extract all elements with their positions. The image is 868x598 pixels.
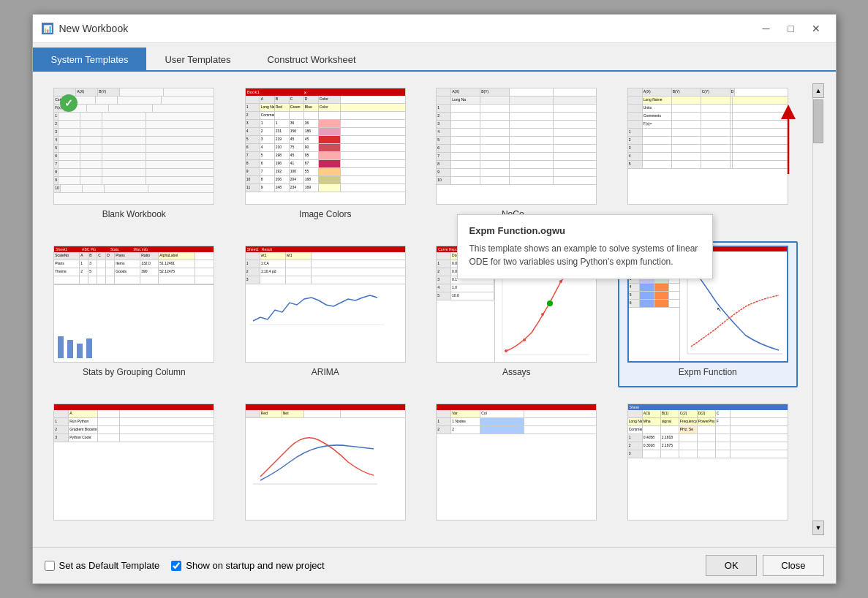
default-template-checkbox[interactable]	[45, 561, 55, 571]
template-thumb-stats: Sheet1 ABC Plo Stats Misc info ScaleNo A…	[53, 246, 214, 363]
tab-bar: System Templates User Templates Construc…	[33, 43, 836, 72]
svg-point-10	[559, 280, 562, 283]
template-expm-hidden[interactable]: A(X)B(Y)C(Y)D Long Name Units Comments F…	[618, 83, 798, 230]
template-thumb-image-colors: Book1 ✕ ABCDColor 1Long NaRedGreenBlueCo…	[245, 88, 406, 205]
template-thumb-arima: Sheet1 Result wt1 wt1 11:CA 21:10.4 pd 3	[245, 246, 406, 363]
svg-point-9	[541, 313, 544, 316]
maximize-button[interactable]: □	[780, 20, 802, 37]
footer-buttons: OK Close	[706, 555, 823, 576]
close-button[interactable]: ✕	[805, 20, 827, 37]
template-row3-4[interactable]: Sheet A(1) B(1) C(2) D(2) C Long Name	[618, 399, 798, 535]
default-template-checkbox-group: Set as Default Template	[45, 560, 160, 571]
template-thumb-row3-1: A 1Run Python 2Gradient Boosting Decisio…	[53, 404, 214, 521]
svg-text:↖: ↖	[717, 306, 722, 313]
scroll-up-button[interactable]: ▲	[812, 83, 824, 98]
template-blank-workbook[interactable]: A(X)B(Y) Comments F(x)= 1 2 3 4 5 6 7 8 …	[45, 83, 224, 230]
svg-rect-0	[58, 336, 64, 358]
svg-point-7	[505, 349, 507, 352]
template-row3-1[interactable]: A 1Run Python 2Gradient Boosting Decisio…	[45, 399, 224, 535]
show-startup-label[interactable]: Show on startup and new project	[186, 560, 324, 571]
templates-grid: A(X)B(Y) Comments F(x)= 1 2 3 4 5 6 7 8 …	[45, 83, 801, 535]
template-thumb-blank: A(X)B(Y) Comments F(x)= 1 2 3 4 5 6 7 8 …	[53, 88, 214, 205]
footer-left: Set as Default Template Show on startup …	[45, 560, 325, 571]
content-area: A(X)B(Y) Comments F(x)= 1 2 3 4 5 6 7 8 …	[33, 72, 836, 547]
svg-rect-3	[86, 338, 92, 358]
svg-point-11	[578, 261, 581, 264]
template-row3-3[interactable]: VarCol 11 Nodes 22	[427, 399, 607, 535]
show-startup-checkbox-group: Show on startup and new project	[171, 560, 324, 571]
template-row3-2[interactable]: RedNet	[235, 399, 415, 535]
default-template-label[interactable]: Set as Default Template	[59, 560, 160, 571]
scroll-down-button[interactable]: ▼	[812, 521, 824, 535]
dialog-title: New Workbook	[59, 23, 129, 34]
new-workbook-dialog: 📊 New Workbook ─ □ ✕ System Templates Us…	[32, 14, 837, 584]
svg-point-8	[523, 338, 526, 341]
scrollbar: ▲ ▼	[812, 83, 824, 535]
template-thumb-row3-2: RedNet	[245, 404, 406, 521]
app-icon: 📊	[42, 23, 53, 34]
ok-button[interactable]: OK	[706, 555, 757, 576]
template-nocol[interactable]: A(X)B(Y) Long Na 1 2 3 4 5 6 7 8 9 10 No	[427, 83, 607, 230]
template-thumb-row3-3: VarCol 11 Nodes 22	[436, 404, 597, 521]
template-label-blank: Blank Workbook	[102, 209, 166, 219]
window-controls: ─ □ ✕	[755, 20, 827, 37]
template-thumb-row3-4: Sheet A(1) B(1) C(2) D(2) C Long Name	[627, 404, 788, 521]
title-bar: 📊 New Workbook ─ □ ✕	[33, 15, 836, 43]
scrollbar-thumb[interactable]	[813, 99, 823, 143]
title-bar-left: 📊 New Workbook	[42, 23, 129, 34]
template-thumb-assays: Curve Report Result Fit Dose 10.001 20.0…	[436, 246, 597, 363]
tab-construct-worksheet[interactable]: Construct Worksheet	[249, 48, 374, 72]
template-label-expm: Expm Function	[679, 367, 737, 377]
template-arima[interactable]: Sheet1 Result wt1 wt1 11:CA 21:10.4 pd 3	[235, 241, 415, 387]
template-image-colors[interactable]: Book1 ✕ ABCDColor 1Long NaRedGreenBlueCo…	[235, 83, 415, 230]
svg-rect-1	[67, 340, 73, 358]
template-stats[interactable]: Sheet1 ABC Plo Stats Misc info ScaleNo A…	[45, 241, 224, 387]
footer: Set as Default Template Show on startup …	[33, 547, 836, 583]
template-label-nocol: NoCo...	[502, 209, 532, 219]
minimize-button[interactable]: ─	[755, 20, 777, 37]
svg-point-12	[547, 300, 553, 306]
template-thumb-nocol: A(X)B(Y) Long Na 1 2 3 4 5 6 7 8 9 10	[436, 88, 597, 205]
svg-rect-2	[77, 344, 83, 358]
svg-rect-13	[680, 251, 787, 361]
template-label-image-colors: Image Colors	[299, 209, 351, 219]
tab-user-templates[interactable]: User Templates	[146, 48, 249, 72]
template-label-arima: ARIMA	[312, 367, 339, 377]
template-thumb-expm: Solve Systems of Linear ODE wt1wt2 1 2 3…	[627, 246, 788, 363]
template-expm[interactable]: Solve Systems of Linear ODE wt1wt2 1 2 3…	[618, 241, 798, 387]
show-startup-checkbox[interactable]	[171, 561, 181, 571]
template-thumb-expm-hidden: A(X)B(Y)C(Y)D Long Name Units Comments F…	[627, 88, 788, 205]
close-button-footer[interactable]: Close	[763, 555, 823, 576]
tab-system-templates[interactable]: System Templates	[33, 48, 147, 72]
template-label-assays: Assays	[502, 367, 531, 377]
template-assays[interactable]: Curve Report Result Fit Dose 10.001 20.0…	[427, 241, 607, 387]
template-label-stats: Stats by Grouping Column	[83, 367, 186, 377]
